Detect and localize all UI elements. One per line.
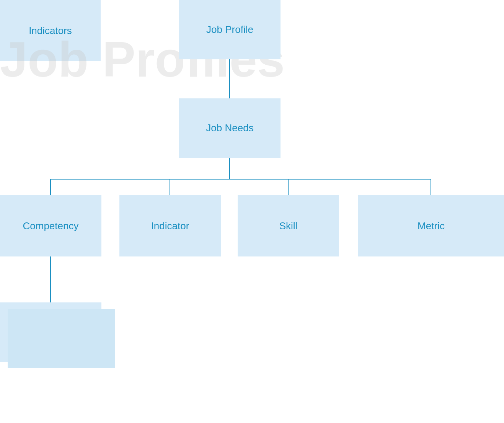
- indicators-back1: [8, 309, 115, 368]
- metric-box: Metric: [358, 195, 504, 256]
- skill-box: Skill: [238, 195, 339, 256]
- competency-label: Competency: [23, 220, 79, 232]
- indicators-label: Indicators: [29, 25, 72, 37]
- job-profile-box: Job Profile: [179, 0, 281, 59]
- job-needs-box: Job Needs: [179, 98, 281, 158]
- indicator-box: Indicator: [119, 195, 221, 256]
- skill-label: Skill: [279, 220, 298, 232]
- job-profile-label: Job Profile: [206, 24, 253, 36]
- indicators-box: Indicators: [0, 0, 101, 61]
- metric-label: Metric: [418, 220, 445, 232]
- job-needs-label: Job Needs: [206, 122, 253, 134]
- indicator-label: Indicator: [151, 220, 189, 232]
- competency-box: Competency: [0, 195, 101, 256]
